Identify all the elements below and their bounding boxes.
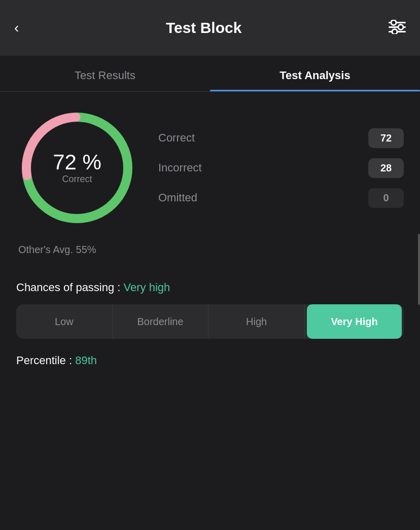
stats-panel: Correct 72 Incorrect 28 Omitted 0 [158,128,404,208]
main-content: 72 % Correct Correct 72 Incorrect 28 Omi… [0,92,420,382]
score-section: 72 % Correct Correct 72 Incorrect 28 Omi… [16,107,404,229]
stat-correct: Correct 72 [158,128,404,148]
svg-point-3 [398,25,403,30]
chances-section: Chances of passing : Very high Low Borde… [16,281,404,339]
svg-point-5 [392,29,397,34]
svg-point-1 [391,20,396,25]
chances-text: Chances of passing : Very high [16,281,404,294]
pass-high[interactable]: High [208,304,305,339]
page-title: Test Block [166,19,242,37]
others-avg: Other's Avg. 55% [16,244,404,256]
app-header: ‹ Test Block [0,0,420,56]
back-button[interactable]: ‹ [14,20,19,36]
percentile-text: Percentile : 89th [16,354,404,367]
passing-bar: Low Borderline High Very High [16,304,404,339]
settings-icon[interactable] [389,20,406,36]
stat-incorrect: Incorrect 28 [158,158,404,178]
tab-bar: Test Results Test Analysis [0,56,420,92]
tab-test-results[interactable]: Test Results [0,56,210,91]
donut-chart: 72 % Correct [16,107,138,229]
tab-test-analysis[interactable]: Test Analysis [210,56,420,91]
donut-center-text: 72 % Correct [53,151,101,185]
stat-omitted: Omitted 0 [158,188,404,208]
pass-very-high[interactable]: Very High [307,304,402,339]
pass-borderline[interactable]: Borderline [113,304,209,339]
pass-low[interactable]: Low [16,304,113,339]
